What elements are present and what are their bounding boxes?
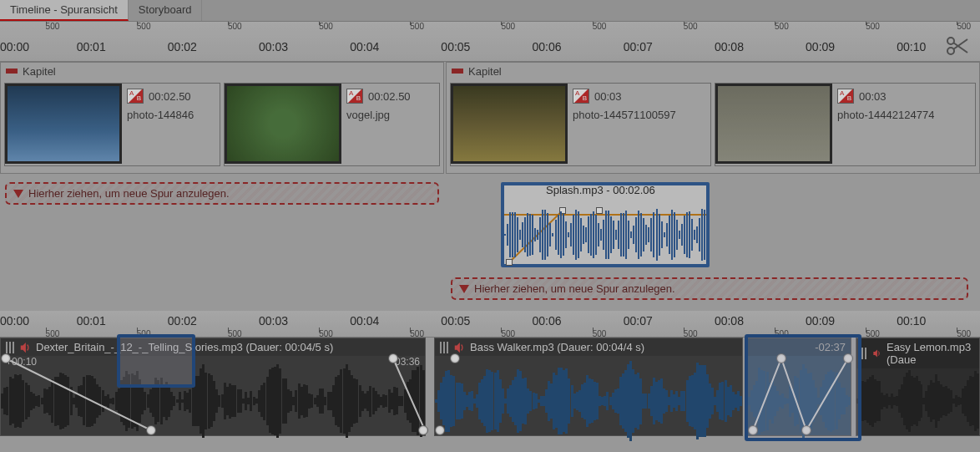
ruler-minor-label: 500: [228, 329, 242, 338]
ruler-minor-label: 500: [410, 22, 424, 31]
clip-duration: 00:02.50: [368, 90, 411, 103]
speaker-icon: [872, 348, 881, 359]
clip-filename: photo-14442124774: [837, 109, 934, 121]
ruler-major-label: 00:03: [259, 40, 288, 53]
tab-bar: Timeline - Spuransicht Storyboard: [0, 0, 980, 22]
ruler-major-label: 00:10: [897, 314, 926, 328]
ruler-major-label: 00:05: [441, 40, 470, 53]
ruler-minor-label: 500: [684, 22, 698, 31]
clip-filename: vogel.jpg: [346, 109, 411, 121]
waveform: [856, 370, 979, 432]
chapter-color-swatch: [6, 69, 18, 74]
chapter-block-1[interactable]: Kapitel 00:02.50 photo-144846 0: [0, 62, 444, 174]
chapter-row: Kapitel 00:02.50 photo-144846 0: [0, 62, 980, 174]
ruler-major-label: 00:10: [897, 40, 926, 53]
ruler-minor-label: 500: [501, 329, 515, 338]
selection-box[interactable]: [745, 334, 861, 441]
clip-thumbnail: [451, 84, 568, 164]
timeline-ruler-top[interactable]: 500500500500500500500500500500500 00:000…: [0, 22, 980, 62]
audio-track[interactable]: Bass Walker.mp3 (Dauer: 00:04/4 s): [434, 338, 743, 436]
video-clip[interactable]: 00:03 photo-14442124774: [715, 83, 976, 166]
fade-node[interactable]: [1, 353, 11, 363]
drop-hint-label: Hierher ziehen, um neue Spur anzulegen.: [474, 282, 675, 295]
drag-handle-icon[interactable]: [440, 342, 448, 353]
ruler-minor-label: 500: [46, 329, 60, 338]
transition-icon[interactable]: [346, 89, 363, 104]
ruler-minor-label: 500: [684, 329, 698, 338]
fade-node[interactable]: [450, 353, 460, 363]
ruler-major-label: 00:09: [806, 40, 835, 53]
tab-timeline[interactable]: Timeline - Spuransicht: [0, 0, 129, 21]
ruler-minor-label: 500: [593, 22, 607, 31]
chapter-label: Kapitel: [468, 65, 502, 78]
ruler-major-label: 00:01: [77, 314, 106, 328]
svg-line-6: [393, 358, 425, 430]
drop-hint-new-track[interactable]: Hierher ziehen, um neue Spur anzulegen.: [5, 182, 439, 205]
transition-icon[interactable]: [837, 89, 854, 104]
ruler-major-label: 00:05: [441, 314, 470, 328]
ruler-major-label: 00:04: [350, 314, 379, 328]
waveform: [504, 209, 706, 261]
ruler-minor-label: 500: [501, 22, 515, 31]
chapter-block-2[interactable]: Kapitel 00:03 photo-144571100597: [446, 62, 980, 174]
ruler-minor-label: 500: [593, 329, 607, 338]
ruler-major-label: 00:08: [715, 40, 744, 53]
ruler-minor-label: 500: [319, 329, 333, 338]
clip-filename: photo-144846: [127, 109, 194, 121]
tab-storyboard[interactable]: Storyboard: [129, 0, 203, 21]
clip-duration: 00:02.50: [149, 90, 191, 103]
speaker-icon: [453, 342, 465, 353]
chapter-label: Kapitel: [23, 65, 56, 78]
ruler-major-label: 00:09: [806, 314, 835, 328]
audio-track[interactable]: Easy Lemon.mp3 (Daue: [856, 338, 980, 436]
ruler-minor-label: 500: [228, 22, 242, 31]
waveform: [435, 370, 742, 432]
ruler-minor-label: 500: [46, 22, 60, 31]
fade-node[interactable]: [388, 353, 398, 363]
transition-icon[interactable]: [127, 89, 144, 104]
ruler-major-label: 00:02: [168, 314, 197, 328]
ruler-major-label: 00:07: [624, 40, 653, 53]
arrow-down-icon: [13, 190, 23, 198]
ruler-major-label: 00:04: [350, 40, 379, 53]
clip-thumbnail: [715, 84, 832, 164]
fade-node[interactable]: [146, 425, 156, 435]
chapter-color-swatch: [452, 69, 463, 74]
ruler-minor-label: 500: [866, 22, 880, 31]
ruler-minor-label: 500: [957, 22, 971, 31]
selection-box[interactable]: [117, 334, 195, 388]
ruler-major-label: 00:00: [0, 314, 29, 328]
ruler-minor-label: 500: [319, 22, 333, 31]
ruler-major-label: 00:01: [77, 40, 106, 53]
clip-thumbnail: [5, 84, 122, 164]
audio-clip-splash[interactable]: Splash.mp3 - 00:02.06: [501, 182, 710, 267]
ruler-minor-label: 500: [775, 22, 789, 31]
ruler-minor-label: 500: [866, 329, 880, 338]
video-clip[interactable]: 00:02.50 photo-144846: [4, 83, 220, 166]
drop-hint-label: Hierher ziehen, um neue Spur anzulegen.: [28, 187, 230, 200]
clip-filename: photo-144571100597: [573, 109, 676, 121]
ruler-major-label: 00:00: [0, 40, 29, 53]
ruler-minor-label: 500: [410, 329, 424, 338]
video-clip[interactable]: 00:03 photo-144571100597: [450, 83, 711, 166]
ruler-minor-label: 500: [957, 329, 971, 338]
track-title: Bass Walker.mp3 (Dauer: 00:04/4 s): [470, 341, 644, 353]
drag-handle-icon[interactable]: [861, 348, 867, 359]
fade-node[interactable]: [418, 425, 428, 435]
clip-thumbnail: [225, 84, 341, 164]
ruler-major-label: 00:06: [533, 314, 562, 328]
ruler-minor-label: 500: [137, 22, 151, 31]
drop-hint-new-track[interactable]: Hierher ziehen, um neue Spur anzulegen.: [451, 277, 968, 300]
fade-node[interactable]: [435, 425, 445, 435]
video-clip[interactable]: 00:02.50 vogel.jpg: [224, 83, 440, 166]
split-scissors-icon[interactable]: [942, 33, 975, 58]
ruler-major-label: 00:08: [715, 314, 744, 328]
arrow-down-icon: [459, 285, 469, 293]
clip-duration: 00:03: [859, 90, 887, 103]
track-title: Easy Lemon.mp3 (Daue: [887, 341, 974, 366]
ruler-major-label: 00:07: [624, 314, 653, 328]
clip-duration: 00:03: [594, 90, 622, 103]
ruler-major-label: 00:03: [259, 314, 288, 328]
audio-track[interactable]: Dexter_Britain_-_12_-_Telling_Stories.mp…: [0, 338, 426, 436]
transition-icon[interactable]: [573, 89, 589, 104]
